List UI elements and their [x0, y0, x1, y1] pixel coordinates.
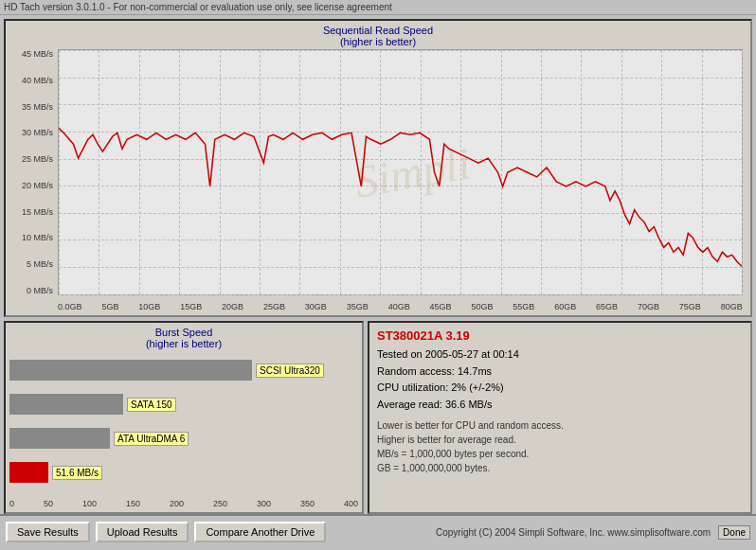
bottom-bar: Save Results Upload Results Compare Anot…	[0, 514, 756, 548]
burst-x-axis: 0 50 100 150 200 250 300 350 400	[9, 497, 358, 508]
bar-sata-label: SATA 150	[127, 398, 176, 412]
bar-scsi: SCSI Ultra320	[9, 357, 358, 383]
done-label: Done	[718, 525, 750, 540]
burst-title: Burst Speed (higher is better)	[9, 327, 358, 349]
compare-another-drive-button[interactable]: Compare Another Drive	[194, 522, 326, 542]
bar-ata-fill	[9, 428, 110, 449]
bar-sata-fill	[9, 394, 123, 415]
bar-current-fill	[9, 462, 48, 483]
bar-scsi-label: SCSI Ultra320	[256, 364, 324, 378]
sequential-chart-title: Sequential Read Speed (higher is better)	[6, 21, 750, 49]
title-text: HD Tach version 3.0.1.0 - For non-commer…	[4, 2, 392, 12]
upload-results-button[interactable]: Upload Results	[96, 522, 189, 542]
bar-ata: ATA UltraDMA 6	[9, 425, 358, 452]
info-stats: Tested on 2005-05-27 at 00:14 Random acc…	[377, 346, 743, 413]
copyright-text: Copyright (C) 2004 Simpli Software, Inc.…	[436, 527, 711, 538]
read-speed-line	[59, 50, 742, 294]
info-panel: ST380021A 3.19 Tested on 2005-05-27 at 0…	[368, 321, 752, 514]
main-container: Sequential Read Speed (higher is better)	[0, 15, 756, 548]
svg-rect-0	[59, 50, 742, 294]
bar-current-label: 51.6 MB/s	[52, 466, 102, 480]
sequential-chart-area: Simpli	[58, 49, 743, 295]
title-bar: HD Tach version 3.0.1.0 - For non-commer…	[0, 0, 756, 15]
bar-current: 51.6 MB/s	[9, 459, 358, 486]
x-axis: 0.0GB 5GB 10GB 15GB 20GB 25GB 30GB 35GB …	[6, 300, 743, 311]
bar-ata-label: ATA UltraDMA 6	[114, 432, 189, 446]
bar-sata: SATA 150	[9, 391, 358, 417]
bottom-panel: Burst Speed (higher is better) SCSI Ultr…	[4, 321, 752, 514]
info-title: ST380021A 3.19	[377, 328, 743, 343]
bar-scsi-fill	[9, 360, 252, 381]
sequential-panel: Sequential Read Speed (higher is better)	[4, 19, 752, 317]
save-results-button[interactable]: Save Results	[6, 522, 90, 542]
burst-panel: Burst Speed (higher is better) SCSI Ultr…	[4, 321, 364, 514]
info-notes: Lower is better for CPU and random acces…	[377, 418, 743, 475]
